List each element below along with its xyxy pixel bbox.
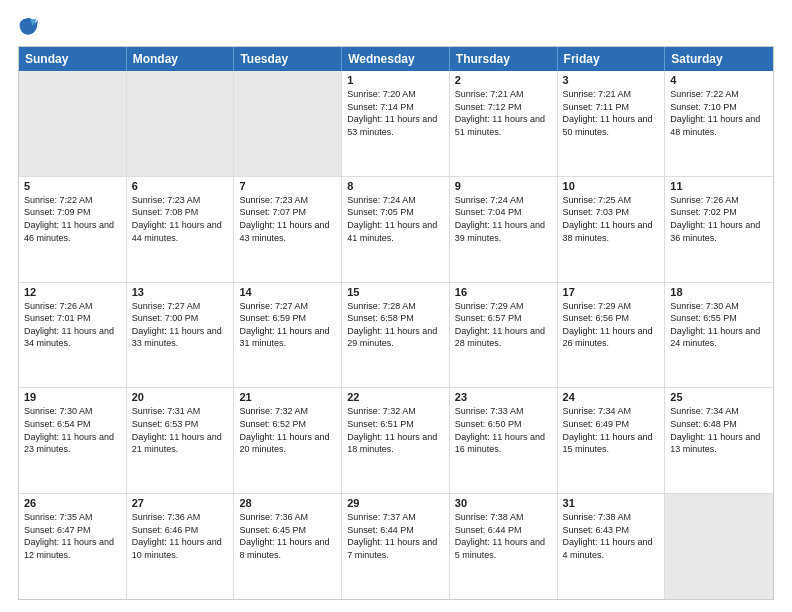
calendar-header-cell: Monday bbox=[127, 47, 235, 71]
calendar-header-cell: Tuesday bbox=[234, 47, 342, 71]
cell-text: Sunrise: 7:25 AMSunset: 7:03 PMDaylight:… bbox=[563, 194, 660, 244]
day-number: 5 bbox=[24, 180, 121, 192]
calendar-cell: 9Sunrise: 7:24 AMSunset: 7:04 PMDaylight… bbox=[450, 177, 558, 282]
cell-text: Sunrise: 7:38 AMSunset: 6:44 PMDaylight:… bbox=[455, 511, 552, 561]
day-number: 23 bbox=[455, 391, 552, 403]
day-number: 11 bbox=[670, 180, 768, 192]
calendar-cell: 21Sunrise: 7:32 AMSunset: 6:52 PMDayligh… bbox=[234, 388, 342, 493]
cell-text: Sunrise: 7:23 AMSunset: 7:07 PMDaylight:… bbox=[239, 194, 336, 244]
day-number: 29 bbox=[347, 497, 444, 509]
calendar-cell: 16Sunrise: 7:29 AMSunset: 6:57 PMDayligh… bbox=[450, 283, 558, 388]
day-number: 20 bbox=[132, 391, 229, 403]
calendar-row: 5Sunrise: 7:22 AMSunset: 7:09 PMDaylight… bbox=[19, 177, 773, 283]
calendar-cell: 15Sunrise: 7:28 AMSunset: 6:58 PMDayligh… bbox=[342, 283, 450, 388]
cell-text: Sunrise: 7:22 AMSunset: 7:10 PMDaylight:… bbox=[670, 88, 768, 138]
calendar-cell: 30Sunrise: 7:38 AMSunset: 6:44 PMDayligh… bbox=[450, 494, 558, 599]
cell-text: Sunrise: 7:26 AMSunset: 7:02 PMDaylight:… bbox=[670, 194, 768, 244]
calendar-header-cell: Thursday bbox=[450, 47, 558, 71]
calendar-cell bbox=[665, 494, 773, 599]
logo-icon bbox=[18, 16, 38, 36]
calendar-cell: 5Sunrise: 7:22 AMSunset: 7:09 PMDaylight… bbox=[19, 177, 127, 282]
cell-text: Sunrise: 7:29 AMSunset: 6:56 PMDaylight:… bbox=[563, 300, 660, 350]
cell-text: Sunrise: 7:24 AMSunset: 7:04 PMDaylight:… bbox=[455, 194, 552, 244]
calendar-cell: 2Sunrise: 7:21 AMSunset: 7:12 PMDaylight… bbox=[450, 71, 558, 176]
day-number: 19 bbox=[24, 391, 121, 403]
calendar-header-cell: Friday bbox=[558, 47, 666, 71]
calendar-cell: 24Sunrise: 7:34 AMSunset: 6:49 PMDayligh… bbox=[558, 388, 666, 493]
cell-text: Sunrise: 7:26 AMSunset: 7:01 PMDaylight:… bbox=[24, 300, 121, 350]
page: SundayMondayTuesdayWednesdayThursdayFrid… bbox=[0, 0, 792, 612]
day-number: 24 bbox=[563, 391, 660, 403]
day-number: 13 bbox=[132, 286, 229, 298]
day-number: 25 bbox=[670, 391, 768, 403]
cell-text: Sunrise: 7:21 AMSunset: 7:11 PMDaylight:… bbox=[563, 88, 660, 138]
calendar-cell: 7Sunrise: 7:23 AMSunset: 7:07 PMDaylight… bbox=[234, 177, 342, 282]
calendar-cell: 19Sunrise: 7:30 AMSunset: 6:54 PMDayligh… bbox=[19, 388, 127, 493]
calendar-cell: 6Sunrise: 7:23 AMSunset: 7:08 PMDaylight… bbox=[127, 177, 235, 282]
calendar-cell: 18Sunrise: 7:30 AMSunset: 6:55 PMDayligh… bbox=[665, 283, 773, 388]
day-number: 15 bbox=[347, 286, 444, 298]
day-number: 9 bbox=[455, 180, 552, 192]
day-number: 2 bbox=[455, 74, 552, 86]
calendar-cell bbox=[234, 71, 342, 176]
calendar-cell: 14Sunrise: 7:27 AMSunset: 6:59 PMDayligh… bbox=[234, 283, 342, 388]
cell-text: Sunrise: 7:32 AMSunset: 6:52 PMDaylight:… bbox=[239, 405, 336, 455]
cell-text: Sunrise: 7:32 AMSunset: 6:51 PMDaylight:… bbox=[347, 405, 444, 455]
calendar-header-cell: Saturday bbox=[665, 47, 773, 71]
cell-text: Sunrise: 7:35 AMSunset: 6:47 PMDaylight:… bbox=[24, 511, 121, 561]
header bbox=[18, 16, 774, 36]
calendar-cell: 28Sunrise: 7:36 AMSunset: 6:45 PMDayligh… bbox=[234, 494, 342, 599]
cell-text: Sunrise: 7:34 AMSunset: 6:48 PMDaylight:… bbox=[670, 405, 768, 455]
cell-text: Sunrise: 7:28 AMSunset: 6:58 PMDaylight:… bbox=[347, 300, 444, 350]
calendar-cell bbox=[19, 71, 127, 176]
cell-text: Sunrise: 7:30 AMSunset: 6:54 PMDaylight:… bbox=[24, 405, 121, 455]
calendar-row: 1Sunrise: 7:20 AMSunset: 7:14 PMDaylight… bbox=[19, 71, 773, 177]
cell-text: Sunrise: 7:38 AMSunset: 6:43 PMDaylight:… bbox=[563, 511, 660, 561]
calendar: SundayMondayTuesdayWednesdayThursdayFrid… bbox=[18, 46, 774, 600]
calendar-cell: 13Sunrise: 7:27 AMSunset: 7:00 PMDayligh… bbox=[127, 283, 235, 388]
calendar-body: 1Sunrise: 7:20 AMSunset: 7:14 PMDaylight… bbox=[19, 71, 773, 599]
day-number: 16 bbox=[455, 286, 552, 298]
calendar-header-cell: Sunday bbox=[19, 47, 127, 71]
cell-text: Sunrise: 7:22 AMSunset: 7:09 PMDaylight:… bbox=[24, 194, 121, 244]
calendar-row: 26Sunrise: 7:35 AMSunset: 6:47 PMDayligh… bbox=[19, 494, 773, 599]
day-number: 7 bbox=[239, 180, 336, 192]
calendar-cell: 10Sunrise: 7:25 AMSunset: 7:03 PMDayligh… bbox=[558, 177, 666, 282]
day-number: 30 bbox=[455, 497, 552, 509]
cell-text: Sunrise: 7:20 AMSunset: 7:14 PMDaylight:… bbox=[347, 88, 444, 138]
cell-text: Sunrise: 7:24 AMSunset: 7:05 PMDaylight:… bbox=[347, 194, 444, 244]
day-number: 12 bbox=[24, 286, 121, 298]
cell-text: Sunrise: 7:31 AMSunset: 6:53 PMDaylight:… bbox=[132, 405, 229, 455]
calendar-row: 12Sunrise: 7:26 AMSunset: 7:01 PMDayligh… bbox=[19, 283, 773, 389]
calendar-cell: 22Sunrise: 7:32 AMSunset: 6:51 PMDayligh… bbox=[342, 388, 450, 493]
day-number: 4 bbox=[670, 74, 768, 86]
calendar-cell: 17Sunrise: 7:29 AMSunset: 6:56 PMDayligh… bbox=[558, 283, 666, 388]
calendar-cell: 29Sunrise: 7:37 AMSunset: 6:44 PMDayligh… bbox=[342, 494, 450, 599]
cell-text: Sunrise: 7:36 AMSunset: 6:45 PMDaylight:… bbox=[239, 511, 336, 561]
day-number: 1 bbox=[347, 74, 444, 86]
day-number: 28 bbox=[239, 497, 336, 509]
day-number: 17 bbox=[563, 286, 660, 298]
cell-text: Sunrise: 7:21 AMSunset: 7:12 PMDaylight:… bbox=[455, 88, 552, 138]
calendar-cell: 23Sunrise: 7:33 AMSunset: 6:50 PMDayligh… bbox=[450, 388, 558, 493]
cell-text: Sunrise: 7:34 AMSunset: 6:49 PMDaylight:… bbox=[563, 405, 660, 455]
cell-text: Sunrise: 7:23 AMSunset: 7:08 PMDaylight:… bbox=[132, 194, 229, 244]
calendar-cell: 3Sunrise: 7:21 AMSunset: 7:11 PMDaylight… bbox=[558, 71, 666, 176]
day-number: 10 bbox=[563, 180, 660, 192]
cell-text: Sunrise: 7:37 AMSunset: 6:44 PMDaylight:… bbox=[347, 511, 444, 561]
day-number: 31 bbox=[563, 497, 660, 509]
calendar-cell: 11Sunrise: 7:26 AMSunset: 7:02 PMDayligh… bbox=[665, 177, 773, 282]
day-number: 21 bbox=[239, 391, 336, 403]
cell-text: Sunrise: 7:33 AMSunset: 6:50 PMDaylight:… bbox=[455, 405, 552, 455]
calendar-cell: 12Sunrise: 7:26 AMSunset: 7:01 PMDayligh… bbox=[19, 283, 127, 388]
calendar-cell: 26Sunrise: 7:35 AMSunset: 6:47 PMDayligh… bbox=[19, 494, 127, 599]
calendar-cell: 31Sunrise: 7:38 AMSunset: 6:43 PMDayligh… bbox=[558, 494, 666, 599]
cell-text: Sunrise: 7:27 AMSunset: 7:00 PMDaylight:… bbox=[132, 300, 229, 350]
calendar-cell bbox=[127, 71, 235, 176]
day-number: 26 bbox=[24, 497, 121, 509]
logo bbox=[18, 16, 42, 36]
day-number: 6 bbox=[132, 180, 229, 192]
day-number: 8 bbox=[347, 180, 444, 192]
calendar-row: 19Sunrise: 7:30 AMSunset: 6:54 PMDayligh… bbox=[19, 388, 773, 494]
cell-text: Sunrise: 7:27 AMSunset: 6:59 PMDaylight:… bbox=[239, 300, 336, 350]
